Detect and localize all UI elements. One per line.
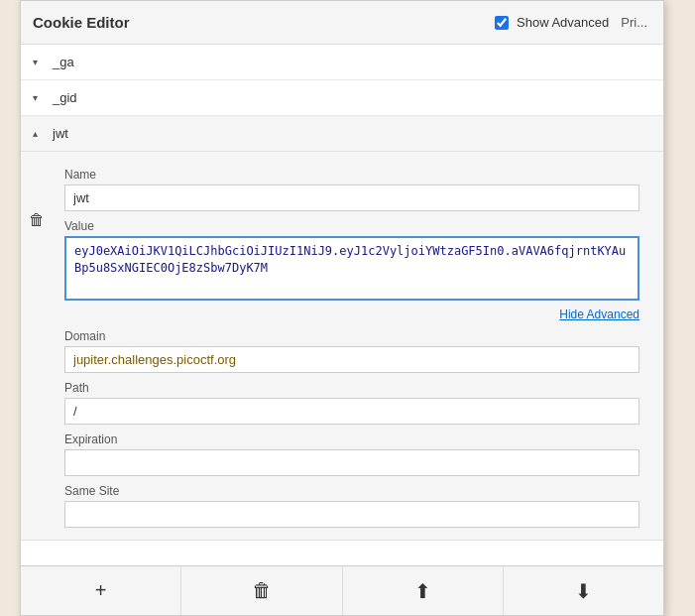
show-advanced-label: Show Advanced bbox=[517, 15, 609, 30]
cookie-body-jwt: Name Value eyJ0eXAiOiJKV1QiLCJhbGciOiJIU… bbox=[49, 152, 655, 540]
import-button[interactable]: ⬆ bbox=[343, 566, 504, 615]
import-icon: ⬆ bbox=[414, 579, 431, 603]
cookie-expanded-jwt: ▴ jwt 🗑 Name Value eyJ0eXAiOiJKV bbox=[21, 116, 663, 541]
cookie-fields: Name Value eyJ0eXAiOiJKV1QiLCJhbGciOiJIU… bbox=[49, 152, 655, 540]
header-controls: Show Advanced Pri... bbox=[495, 13, 651, 32]
chevron-down-icon: ▾ bbox=[33, 57, 45, 67]
expiration-field-label: Expiration bbox=[64, 432, 639, 446]
plus-icon: + bbox=[95, 579, 107, 602]
cookie-expanded-header-jwt[interactable]: ▴ jwt bbox=[21, 116, 663, 152]
path-input[interactable] bbox=[64, 398, 639, 425]
export-button[interactable]: ⬇ bbox=[504, 566, 663, 615]
domain-input[interactable] bbox=[64, 346, 639, 373]
panel-header: Cookie Editor Show Advanced Pri... bbox=[21, 1, 663, 45]
same-site-field-label: Same Site bbox=[64, 484, 639, 498]
pri-button[interactable]: Pri... bbox=[617, 13, 651, 32]
chevron-down-icon: ▾ bbox=[33, 92, 45, 103]
delete-all-button[interactable]: 🗑 bbox=[181, 566, 342, 615]
expiration-input[interactable] bbox=[64, 449, 639, 476]
trash-icon: 🗑 bbox=[29, 211, 45, 229]
value-textarea[interactable]: eyJ0eXAiOiJKV1QiLCJhbGciOiJIUzI1NiJ9.eyJ… bbox=[64, 236, 639, 301]
show-advanced-checkbox[interactable] bbox=[495, 16, 509, 30]
cookie-name-gid: _gid bbox=[53, 90, 77, 105]
cookie-name-ga: _ga bbox=[53, 55, 74, 69]
panel-title: Cookie Editor bbox=[33, 14, 130, 31]
toolbar: + 🗑 ⬆ ⬇ bbox=[21, 565, 663, 615]
cookie-list: ▾ _ga ▾ _gid ▴ jwt 🗑 bbox=[21, 45, 663, 565]
advanced-fields: Domain Path Expiration Same Site bbox=[64, 329, 639, 528]
domain-field-label: Domain bbox=[64, 329, 639, 343]
path-field-label: Path bbox=[64, 381, 639, 395]
cookie-row-gid[interactable]: ▾ _gid bbox=[21, 80, 663, 116]
name-field-label: Name bbox=[64, 168, 639, 182]
chevron-up-icon: ▴ bbox=[33, 128, 45, 139]
cookie-row-ga[interactable]: ▾ _ga bbox=[21, 45, 663, 80]
export-icon: ⬇ bbox=[575, 579, 592, 603]
cookie-name-jwt: jwt bbox=[53, 126, 68, 141]
trash-icon: 🗑 bbox=[252, 579, 272, 602]
hide-advanced-link[interactable]: Hide Advanced bbox=[64, 308, 639, 321]
add-cookie-button[interactable]: + bbox=[21, 566, 181, 615]
hide-advanced-anchor[interactable]: Hide Advanced bbox=[559, 308, 639, 321]
same-site-input[interactable] bbox=[64, 501, 639, 528]
name-input[interactable] bbox=[64, 185, 639, 211]
value-field-label: Value bbox=[64, 219, 639, 233]
delete-cookie-button[interactable]: 🗑 bbox=[21, 152, 49, 229]
